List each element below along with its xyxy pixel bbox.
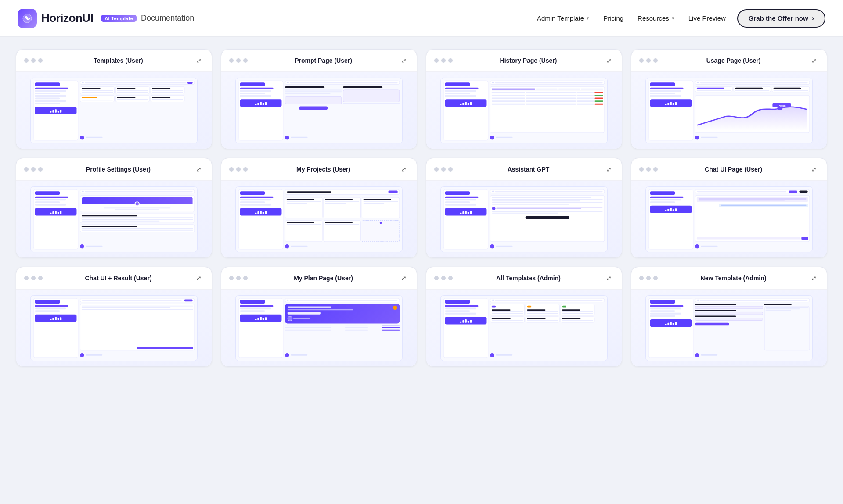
svg-rect-3 (53, 110, 54, 113)
external-link-icon[interactable]: ⤢ (809, 273, 819, 283)
window-dots (434, 167, 453, 172)
card-header: New Template (Admin) ⤢ (631, 267, 827, 290)
grab-offer-label: Grab the Offer now (749, 14, 808, 22)
card-title: Assistant GPT (457, 166, 600, 173)
external-link-icon[interactable]: ⤢ (604, 56, 614, 65)
svg-rect-30 (255, 213, 257, 214)
window-dots (24, 276, 43, 280)
card-usage-page-user: Usage Page (User) ⤢ (631, 49, 827, 149)
dot-2 (236, 167, 241, 172)
dot-3 (243, 276, 248, 280)
dot-1 (24, 58, 29, 63)
nav-pricing-label: Pricing (603, 14, 623, 22)
dot-1 (229, 167, 234, 172)
nav-resources[interactable]: Resources ▾ (631, 11, 681, 25)
window-dots (24, 167, 43, 172)
dot-1 (639, 58, 644, 63)
dot-2 (441, 58, 446, 63)
window-dots (639, 58, 658, 63)
svg-rect-33 (263, 212, 264, 214)
dot-2 (441, 276, 446, 280)
nav-live-preview[interactable]: Live Preview (682, 11, 732, 25)
card-my-projects-user: My Projects (User) ⤢ (221, 158, 417, 258)
nav-pricing[interactable]: Pricing (597, 11, 630, 25)
svg-rect-59 (470, 320, 472, 323)
external-link-icon[interactable]: ⤢ (399, 56, 409, 65)
window-dots (229, 58, 248, 63)
external-link-icon[interactable]: ⤢ (194, 273, 204, 283)
svg-rect-45 (50, 319, 52, 320)
card-title: New Template (Admin) (662, 275, 805, 282)
card-title: All Templates (Admin) (457, 275, 600, 282)
cards-grid: Templates (User) ⤢ (0, 37, 843, 379)
external-link-icon[interactable]: ⤢ (399, 273, 409, 283)
card-chat-ui-result-user: Chat UI + Result (User) ⤢ (16, 267, 212, 367)
card-title: Prompt Page (User) (252, 57, 395, 64)
dot-3 (243, 167, 248, 172)
svg-rect-38 (468, 212, 469, 214)
dot-3 (653, 58, 658, 63)
card-header: All Templates (Admin) ⤢ (426, 267, 622, 290)
logo-brand-name: HorizonUI (41, 11, 93, 25)
external-link-icon[interactable]: ⤢ (809, 56, 819, 65)
card-header: My Plan Page (User) ⤢ (221, 267, 417, 290)
dot-1 (639, 167, 644, 172)
dot-1 (229, 58, 234, 63)
svg-rect-51 (258, 318, 259, 320)
svg-rect-18 (668, 103, 670, 105)
svg-rect-6 (60, 110, 62, 113)
svg-rect-10 (263, 103, 264, 105)
svg-rect-40 (665, 210, 667, 211)
svg-rect-39 (470, 211, 472, 214)
logo-badge: AI Template (101, 15, 137, 22)
dot-1 (434, 167, 439, 172)
dot-3 (38, 58, 43, 63)
dot-3 (243, 58, 248, 63)
window-dots (24, 58, 43, 63)
svg-rect-52 (260, 317, 262, 320)
card-title: My Plan Page (User) (252, 275, 395, 282)
svg-rect-31 (258, 211, 259, 214)
svg-text:Peak: Peak (778, 105, 786, 107)
svg-rect-5 (58, 111, 59, 113)
chevron-down-icon-resources: ▾ (672, 15, 674, 21)
svg-rect-12 (460, 104, 462, 105)
grab-offer-button[interactable]: Grab the Offer now › (737, 9, 825, 28)
external-link-icon[interactable]: ⤢ (399, 164, 409, 174)
dot-1 (434, 58, 439, 63)
svg-rect-47 (55, 317, 57, 320)
external-link-icon[interactable]: ⤢ (809, 164, 819, 174)
card-all-templates-admin: All Templates (Admin) ⤢ (426, 267, 622, 367)
dot-1 (229, 276, 234, 280)
card-preview (16, 181, 212, 257)
nav-live-preview-label: Live Preview (688, 14, 726, 22)
svg-rect-4 (55, 109, 57, 113)
dot-3 (38, 167, 43, 172)
card-profile-settings-user: Profile Settings (User) ⤢ (16, 158, 212, 258)
svg-rect-46 (53, 318, 54, 320)
logo-area: HorizonUI AI Template Documentation (18, 9, 194, 28)
svg-rect-27 (55, 211, 57, 214)
dot-1 (24, 276, 29, 280)
dot-3 (653, 276, 658, 280)
external-link-icon[interactable]: ⤢ (604, 273, 614, 283)
svg-rect-20 (673, 103, 674, 105)
card-preview (16, 72, 212, 149)
external-link-icon[interactable]: ⤢ (194, 164, 204, 174)
dot-1 (639, 276, 644, 280)
card-history-page-user: History Page (User) ⤢ (426, 49, 622, 149)
card-header: Prompt Page (User) ⤢ (221, 50, 417, 72)
external-link-icon[interactable]: ⤢ (604, 164, 614, 174)
svg-rect-21 (675, 102, 677, 105)
card-title: Chat UI + Result (User) (47, 275, 190, 282)
dot-3 (448, 58, 453, 63)
window-dots (434, 58, 453, 63)
svg-rect-7 (255, 104, 257, 105)
external-link-icon[interactable]: ⤢ (194, 56, 204, 65)
svg-rect-29 (60, 211, 62, 214)
svg-rect-16 (470, 102, 472, 105)
card-prompt-page-user: Prompt Page (User) ⤢ (221, 49, 417, 149)
dot-2 (236, 58, 241, 63)
svg-rect-50 (255, 319, 257, 320)
nav-admin-template[interactable]: Admin Template ▾ (531, 11, 595, 25)
